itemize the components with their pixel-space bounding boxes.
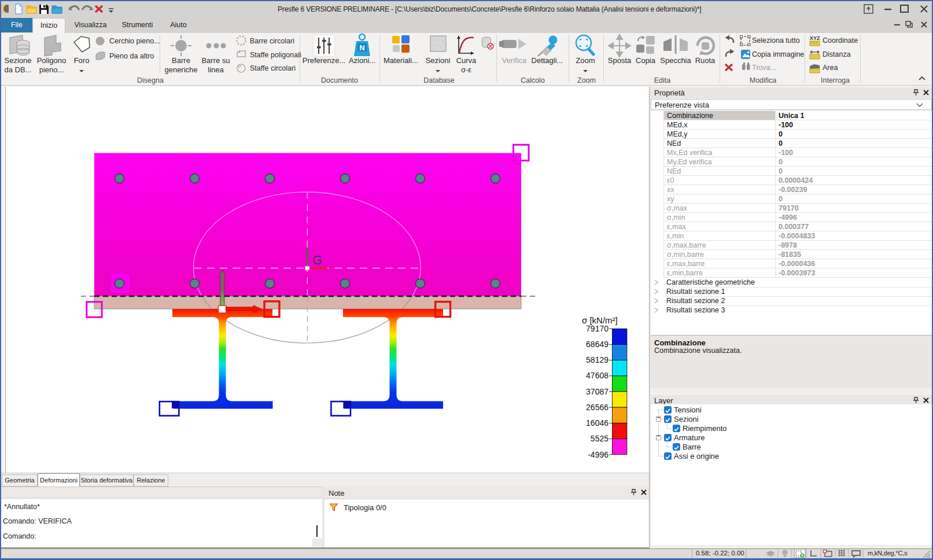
svg-text:XYZ: XYZ bbox=[810, 35, 820, 41]
svg-text:N: N bbox=[359, 43, 364, 52]
svg-text:58129: 58129 bbox=[586, 355, 609, 364]
svg-text:79170: 79170 bbox=[586, 324, 609, 333]
svg-text:-4996: -4996 bbox=[588, 450, 609, 459]
svg-text:G: G bbox=[312, 253, 322, 267]
svg-text:68649: 68649 bbox=[586, 340, 609, 349]
svg-text:47608: 47608 bbox=[586, 371, 609, 380]
svg-text:16046: 16046 bbox=[586, 418, 609, 428]
svg-text:26566: 26566 bbox=[586, 403, 609, 412]
svg-text:37087: 37087 bbox=[586, 387, 609, 396]
svg-text:5525: 5525 bbox=[591, 434, 609, 443]
